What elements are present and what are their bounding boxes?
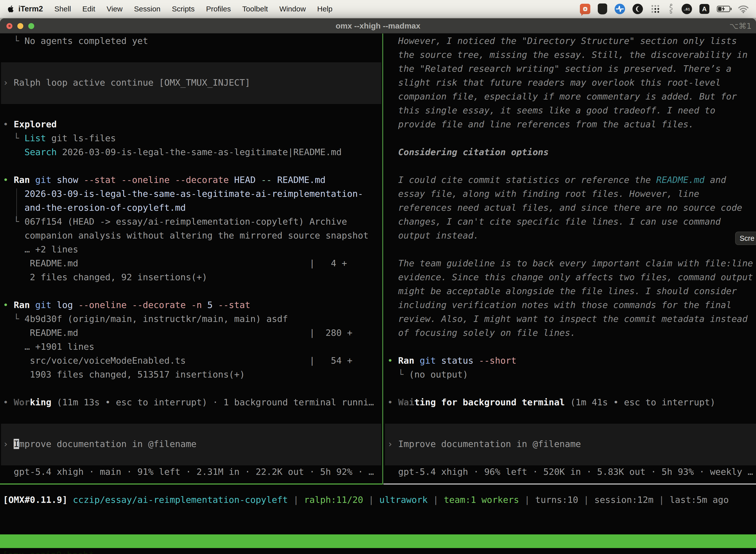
tmux-pane-left[interactable]: └ No agents completed yet› Ralph loop ac… [0,34,382,485]
menu-item-toolbelt[interactable]: Toolbelt [242,5,268,13]
terminal-line: • Working (11m 13s • esc to interrupt) ·… [3,395,382,409]
terminal-line: companion analysis without altering the … [3,229,382,242]
window-title: omx --xhigh --madmax [0,18,756,34]
terminal-line: this single essay, it seems like a good … [387,104,756,117]
terminal-line [3,62,382,76]
dots-grid-icon[interactable] [650,4,660,14]
left-pane-separator [0,484,382,485]
terminal-lines-left: └ No agents completed yet› Ralph loop ac… [0,34,382,479]
terminal-line [387,159,756,173]
terminal-line [3,423,382,437]
menu-item-shell[interactable]: Shell [54,5,71,13]
terminal-line: └ No agents completed yet [3,34,382,48]
terminal-line: review. Also, I might want to inspect th… [387,312,756,326]
terminal-line: Search 2026-03-09-is-legal-the-same-as-l… [3,145,382,159]
terminal-line: Considering citation options [387,145,756,159]
terminal-line [387,409,756,423]
terminal-line: • Ran git log --oneline --decorate -n 5 … [3,298,382,312]
terminal-line: └ 4b9d30f (origin/main, instructkr/main,… [3,312,382,326]
menu-bar: iTerm2ShellEditViewSessionScriptsProfile… [0,0,756,18]
terminal-line [387,242,756,257]
terminal-line [387,382,756,395]
terminal-line: 2 files changed, 92 insertions(+) [3,270,382,284]
terminal-line [3,284,382,298]
terminal-line: slight risk that future readers may over… [387,76,756,90]
tmux-session-label: [omx-cczip0:bash* [2,548,94,554]
terminal-line: › Ralph loop active continue [OMX_TMUX_I… [3,76,382,90]
terminal-line: … +1901 lines [3,340,382,354]
badge-61-icon[interactable]: ..61 [682,4,692,14]
terminal-line: might be acceptable alongside the file l… [387,284,756,298]
terminal-line: 2026-03-09-is-legal-the-same-as-legitima… [3,187,382,201]
terminal-area: └ No agents completed yet› Ralph loop ac… [0,34,756,554]
chat-bubble-hole [583,7,587,11]
menu-item-session[interactable]: Session [134,5,161,13]
squiggle-icon[interactable] [668,3,674,15]
terminal-line [387,423,756,437]
menu-item-scripts[interactable]: Scripts [172,5,195,13]
terminal-line: └ List git ls-files [3,131,382,145]
terminal-line: evidence. Since this change only affects… [387,270,756,284]
menu-status-icons: ..61 A [580,3,749,15]
terminal-lines-right: However, I noticed the "Directory Struct… [385,34,756,479]
pane-divider-vertical[interactable] [382,34,383,485]
battery-level [718,7,721,11]
menu-item-profiles[interactable]: Profiles [206,5,231,13]
terminal-line: 1903 files changed, 513517 insertions(+) [3,368,382,382]
terminal-line: essay file, along with finding root file… [387,187,756,201]
terminal-line [387,451,756,465]
screen-tooltip: Scre [735,232,756,245]
wifi-icon[interactable] [738,4,749,13]
terminal-line: including verification notes with those … [387,298,756,312]
terminal-line [387,131,756,145]
menu-item-edit[interactable]: Edit [82,5,95,13]
terminal-line [3,90,382,104]
shield-grid-icon[interactable] [598,3,607,14]
terminal-line: gpt-5.4 xhigh · 96% left · 520K in · 5.8… [387,465,756,479]
terminal-line [3,409,382,423]
terminal-line: README.md | 4 + [3,257,382,270]
window-shortcut-badge: ⌥⌘1 [730,18,752,34]
right-pane-separator [383,484,756,485]
terminal-line: gpt-5.4 xhigh · main · 91% left · 2.31M … [3,465,382,479]
terminal-line: … +2 lines [3,242,382,257]
pulse-circle-icon[interactable] [615,4,625,14]
terminal-line: • Explored [3,117,382,131]
terminal-line: • Waiting for background terminal (1m 41… [387,395,756,409]
menu-item-view[interactable]: View [107,5,123,13]
terminal-line: • Ran git status --short [387,354,756,368]
terminal-line [3,48,382,62]
terminal-line [3,104,382,117]
terminal-line: and-the-erosion-of-copyleft.md [3,201,382,215]
terminal-line: of focusing solely on file lines. [387,326,756,340]
tmux-status-bar: [omx-cczip0:bash* "MacBook-Pro-44.local"… [0,535,756,548]
terminal-line: the source tree, missing the essay. Stil… [387,48,756,62]
terminal-line: provide file and line references from th… [387,117,756,131]
crescent-circle-icon[interactable] [632,4,643,14]
terminal-line: references need actual files, and since … [387,201,756,215]
chat-bubble-icon[interactable] [580,4,590,14]
battery-charging-icon[interactable] [717,6,730,12]
terminal-line [387,340,756,354]
tmux-pane-right[interactable]: However, I noticed the "Directory Struct… [385,34,756,485]
terminal-line: • Ran git show --stat --oneline --decora… [3,173,382,187]
terminal-line: README.md | 280 + [3,326,382,340]
terminal-line: The team guideline is to back every impo… [387,257,756,270]
terminal-line [3,382,382,395]
a-square-icon[interactable]: A [699,4,709,14]
terminal-line: └ (no output) [387,368,756,382]
terminal-line [3,451,382,465]
menu-items: iTerm2ShellEditViewSessionScriptsProfile… [18,4,333,13]
terminal-line: companion file, especially if more comme… [387,90,756,104]
menu-item-window[interactable]: Window [279,5,306,13]
terminal-line [3,159,382,173]
apple-menu-icon[interactable] [7,4,15,14]
title-bar: omx --xhigh --madmax ⌥⌘1 [0,18,756,34]
terminal-line: › Improve documentation in @filename [387,437,756,451]
terminal-line: › Improve documentation in @filename [3,437,382,451]
menu-item-iterm2[interactable]: iTerm2 [18,4,43,13]
menu-item-help[interactable]: Help [317,5,333,13]
battery-cap [731,8,732,10]
terminal-line: I could cite commit statistics or refere… [387,173,756,187]
terminal-line: output instead. [387,229,756,242]
